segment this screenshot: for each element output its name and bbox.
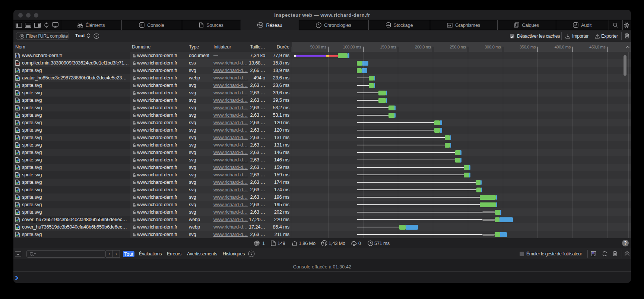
svg-text:css: css bbox=[16, 63, 19, 65]
svg-text:JS: JS bbox=[592, 252, 594, 254]
